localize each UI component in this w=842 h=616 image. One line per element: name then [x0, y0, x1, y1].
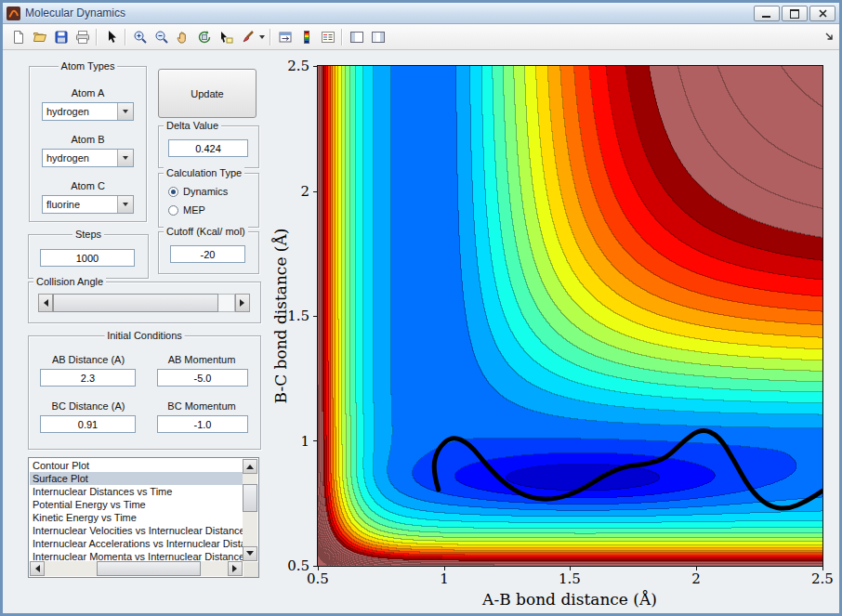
- x-tick-label: 1: [426, 570, 463, 587]
- slider-left-button[interactable]: [38, 294, 53, 312]
- atom-c-label: Atom C: [30, 180, 146, 191]
- ab-momentum-label: AB Momentum: [151, 354, 252, 365]
- list-item[interactable]: Internuclear Accelerations vs Internucle…: [30, 537, 243, 550]
- bc-momentum-field[interactable]: [157, 415, 248, 433]
- minimize-button[interactable]: [754, 6, 780, 21]
- ab-momentum-field[interactable]: [157, 369, 248, 387]
- pan-button[interactable]: [172, 27, 193, 46]
- save-icon: [54, 30, 69, 45]
- y-tick-label: 2.5: [274, 58, 309, 74]
- bc-distance-field[interactable]: [40, 415, 136, 433]
- atom-c-dropdown-button[interactable]: [117, 196, 133, 213]
- list-item[interactable]: Internuclear Momenta vs Internuclear Dis…: [30, 550, 243, 561]
- radio-dynamics[interactable]: Dynamics: [168, 186, 228, 197]
- collision-angle-slider[interactable]: [38, 294, 250, 312]
- ab-distance-field[interactable]: [40, 369, 136, 387]
- scroll-right-button[interactable]: [228, 561, 243, 576]
- calculation-type-title: Calculation Type: [164, 167, 244, 178]
- pointer-icon: [104, 30, 119, 45]
- rotate-3d-icon: [197, 30, 212, 45]
- x-tick-label: 2: [678, 570, 715, 587]
- window-title: Molecular Dynamics: [25, 7, 125, 20]
- brush-dropdown-button[interactable]: [257, 27, 267, 46]
- vertical-scrollbar[interactable]: [243, 459, 257, 561]
- edit-plot-pointer-button[interactable]: [100, 27, 122, 46]
- scroll-left-button[interactable]: [30, 561, 45, 576]
- atom-c-value: fluorine: [46, 199, 80, 210]
- radio-selected-icon: [168, 187, 178, 197]
- show-plot-tools-button[interactable]: [367, 27, 388, 46]
- initial-conditions-title: Initial Conditions: [104, 330, 185, 341]
- toolbar-separator: [125, 29, 126, 46]
- bc-momentum-label: BC Momentum: [151, 400, 252, 412]
- brush-button[interactable]: [236, 27, 257, 46]
- cutoff-panel: Cutoff (Kcal/ mol): [158, 231, 259, 274]
- list-item[interactable]: Kinetic Energy vs Time: [30, 511, 243, 524]
- list-item-contour-plot[interactable]: Contour Plot: [30, 459, 243, 472]
- print-button[interactable]: [72, 27, 93, 46]
- insert-legend-button[interactable]: [317, 27, 338, 46]
- open-file-button[interactable]: [29, 27, 50, 46]
- list-item[interactable]: Potential Energy vs Time: [30, 498, 243, 511]
- slider-thumb[interactable]: [53, 294, 218, 312]
- chevron-down-icon: [123, 203, 128, 209]
- insert-colorbar-button[interactable]: [296, 27, 317, 46]
- arrow-down-icon: [246, 551, 254, 559]
- maximize-icon: [790, 9, 799, 19]
- steps-field[interactable]: [40, 249, 135, 267]
- delta-value-panel: Delta Value: [158, 125, 259, 168]
- bc-distance-label: BC Distance (A): [36, 400, 140, 412]
- radio-mep[interactable]: MEP: [168, 204, 205, 216]
- slider-right-button[interactable]: [235, 294, 250, 312]
- rotate-3d-button[interactable]: [193, 27, 215, 46]
- arrow-left-icon: [32, 565, 40, 572]
- ab-distance-label: AB Distance (A): [36, 354, 140, 365]
- scrollbar-corner: [243, 562, 258, 577]
- atom-a-dropdown[interactable]: hydrogen: [42, 102, 134, 121]
- new-file-button[interactable]: [7, 27, 29, 46]
- delta-value-field[interactable]: [168, 139, 248, 157]
- link-plot-button[interactable]: [274, 27, 296, 46]
- update-button[interactable]: Update: [158, 69, 257, 118]
- dock-figure-button[interactable]: [824, 32, 835, 44]
- horizontal-scrollbar[interactable]: [30, 561, 243, 576]
- titlebar[interactable]: Molecular Dynamics: [3, 3, 839, 24]
- y-tick: [313, 191, 317, 192]
- pes-contour-plot[interactable]: [317, 65, 823, 567]
- scroll-up-button[interactable]: [243, 459, 257, 474]
- close-button[interactable]: [809, 6, 835, 21]
- y-tick: [313, 566, 317, 567]
- brush-icon: [240, 30, 255, 45]
- atom-b-label: Atom B: [30, 134, 146, 145]
- chevron-down-icon: [123, 156, 128, 163]
- horizontal-scroll-thumb[interactable]: [97, 561, 201, 576]
- atom-b-dropdown[interactable]: hydrogen: [42, 149, 134, 167]
- collision-angle-title: Collision Angle: [33, 276, 106, 287]
- atom-b-dropdown-button[interactable]: [117, 150, 133, 166]
- delta-value-title: Delta Value: [164, 120, 221, 131]
- vertical-scroll-thumb[interactable]: [243, 484, 257, 512]
- scroll-down-button[interactable]: [243, 546, 257, 561]
- steps-title: Steps: [72, 229, 104, 240]
- list-item[interactable]: Internuclear Distances vs Time: [30, 485, 243, 498]
- plot-type-listbox[interactable]: Contour Plot Surface Plot Internuclear D…: [28, 457, 259, 578]
- data-cursor-button[interactable]: [215, 27, 236, 46]
- save-button[interactable]: [50, 27, 72, 46]
- data-cursor-icon: [218, 30, 233, 45]
- chevron-down-icon: [259, 35, 265, 42]
- window-controls: [754, 6, 835, 21]
- cutoff-field[interactable]: [170, 245, 245, 263]
- hide-plot-tools-button[interactable]: [346, 27, 367, 46]
- arrow-up-icon: [246, 461, 254, 469]
- zoom-out-button[interactable]: [151, 27, 172, 46]
- maximize-button[interactable]: [782, 6, 808, 21]
- app-icon: [7, 7, 20, 20]
- atom-a-dropdown-button[interactable]: [117, 103, 133, 120]
- zoom-in-button[interactable]: [129, 27, 151, 46]
- atom-c-dropdown[interactable]: fluorine: [42, 195, 134, 214]
- radio-mep-label: MEP: [183, 204, 205, 216]
- close-icon: [819, 9, 827, 18]
- list-item-surface-plot-selected[interactable]: Surface Plot: [30, 472, 243, 485]
- list-item[interactable]: Internuclear Velocities vs Internuclear …: [30, 524, 243, 537]
- show-plot-tools-icon: [371, 30, 386, 45]
